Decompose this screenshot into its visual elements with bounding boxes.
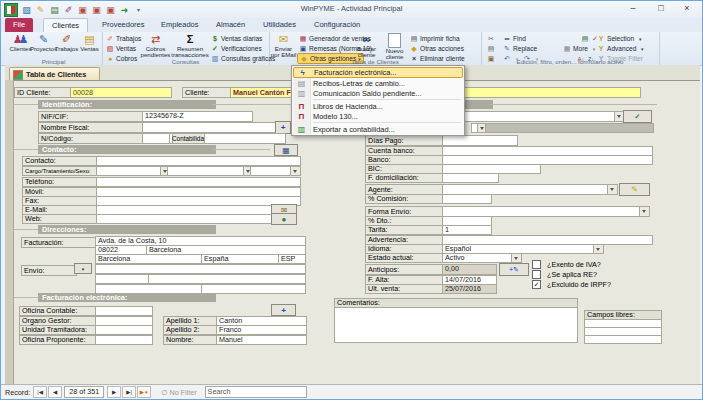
oficina-proponente-field[interactable] [95,335,153,345]
search-input[interactable]: Search [205,386,307,398]
tab-file[interactable]: File [5,18,33,32]
otras-acciones-button[interactable]: ◆ Otras acciones [410,44,464,53]
add-button[interactable]: + [271,304,296,316]
se-aplica-re-checkbox[interactable] [532,270,541,279]
contabilidad-field[interactable] [204,133,286,144]
id-cliente-field[interactable]: 00028 [70,87,172,98]
open-web-button[interactable]: ● [271,213,297,225]
no-filter-icon: ∅ [161,388,167,397]
close-button[interactable]: × [674,1,700,16]
maximize-button[interactable]: □ [648,1,674,16]
dias-pago-field[interactable] [442,135,518,146]
find-button[interactable]: ∞ Find [503,34,526,43]
selection-button[interactable]: Y Selection ▾ [597,34,644,43]
imprimir-ficha-button[interactable]: ▤ Imprimir ficha [410,34,460,43]
replace-button[interactable]: ✎ Replace [503,44,537,53]
envio-pais-field[interactable] [201,284,306,294]
combo-arrow[interactable] [511,254,521,262]
filter-status[interactable]: No Filter [169,388,196,397]
record-selector-strip[interactable] [5,80,14,385]
combo-arrow[interactable] [639,207,649,216]
contacto-field[interactable] [96,156,301,166]
button-label: Advanced [607,45,636,52]
nombre-field[interactable]: Manuel [216,335,307,345]
tab-configuracion[interactable]: Configuración [306,18,368,32]
menu-item-exportar-contabilidad[interactable]: ▥ Exportar a contabilidad... [293,124,463,134]
menu-item-facturacion-electronica[interactable]: ϟ Facturación electrónica... [293,67,463,78]
excluido-irpf-label: ¿Excluido de IRPF? [547,280,611,289]
new-record-button[interactable]: ▶∗ [137,386,151,398]
pais-field[interactable]: España [201,254,282,264]
cargo-combo[interactable] [96,166,171,176]
apellido2-field[interactable]: Franco [216,325,307,335]
copy-address-button[interactable]: ▾ [74,263,92,274]
advanced-button[interactable]: Y Advanced ▾ [597,44,646,53]
plus-icon: + [281,123,286,132]
web-field[interactable] [96,214,275,224]
comision-field[interactable] [442,194,492,204]
next-record-button[interactable]: ▶ [107,386,121,398]
envio-direccion-field[interactable] [95,264,306,274]
envio-cp-field[interactable] [95,274,152,284]
tarifa-field[interactable]: 1 [442,225,492,235]
unidad-tramitadora-field[interactable] [95,325,153,335]
combo-arrow[interactable] [290,167,300,175]
f-domiciliacion-field[interactable] [442,173,499,183]
first-record-button[interactable]: |◀ [33,386,47,398]
combo-arrow[interactable] [607,185,617,194]
menu-separator [313,122,461,123]
status-bar: Record: |◀ ◀ 28 of 351 ▶ ▶| ▶∗ ∅ No Filt… [1,384,702,399]
sexo-combo[interactable] [250,166,301,176]
section-identificacion: Identificación: [38,100,216,109]
previous-record-button[interactable]: ◀ [48,386,62,398]
campo-libre-field[interactable] [584,335,662,344]
menu-item-comunicacion-saldo[interactable]: ▥ Comunicación Saldo pendiente... [293,88,463,98]
consulta-ventas-button[interactable]: ▧ Ventas [106,44,136,53]
cut-button[interactable]: ✂ [487,34,495,43]
last-record-button[interactable]: ▶| [122,386,136,398]
menu-item-recibos-letras[interactable]: ▤ Recibos-Letras de cambio... [293,78,463,88]
estado-actual-combo[interactable]: Activo [442,253,522,263]
tab-empleados[interactable]: Empleados [153,18,207,32]
comentarios-field[interactable] [334,307,578,343]
codigo-pais-field[interactable]: ESP [278,254,306,264]
menu-item-modelo-130[interactable]: Π Modelo 130... [293,111,463,121]
telefono-field[interactable] [96,177,301,187]
nombre-fiscal-field[interactable] [142,122,278,133]
oficina-proponente-label: Oficina Proponente: [19,335,100,345]
verificaciones-button[interactable]: ✓ Verificaciones [211,44,262,53]
envio-poblacion-field[interactable] [148,274,306,284]
consulta-trabajos-button[interactable]: ✐ Trabajos [106,34,141,43]
oficina-contable-field[interactable] [95,306,153,316]
check-icon: ✓ [211,45,219,53]
record-position[interactable]: 28 of 351 [64,386,104,398]
tratamiento-combo[interactable] [167,166,254,176]
tab-proveedores[interactable]: Proveedores [94,18,153,32]
tab-utilidades[interactable]: Utilidades [255,18,304,32]
tools-icon: ✐ [106,35,114,43]
divider [14,149,38,150]
grupo-combo[interactable] [442,111,625,122]
table-icon: ▦ [282,146,290,155]
refresh-groups-button[interactable]: ✓ [623,110,652,123]
group-edicion: ✂ ▤ ▣ ∞ Find ✎ Replace ↶ ▾ ↷ ▾ [481,32,660,65]
down-arrow-icon: ▾ [82,266,85,272]
excluido-irpf-checkbox[interactable]: ✓ [532,280,541,289]
more-button[interactable]: ▦ More ▾ [563,44,598,53]
minimize-button[interactable]: – [620,1,646,16]
exento-iva-checkbox[interactable] [532,260,541,269]
copy-button[interactable]: ▤ [487,44,495,53]
tab-tabla-de-clientes[interactable]: Tabla de Clientes [9,67,100,81]
contacts-table-button[interactable]: ▦ [274,144,298,156]
button-label: Trabajos [116,35,141,42]
tab-clientes[interactable]: Clientes [43,18,88,33]
provincia-field[interactable]: Barcelona [95,254,205,264]
tab-almacen[interactable]: Almacén [208,18,253,32]
oficina-contable-label: Oficina Contable: [19,306,100,316]
edit-agente-button[interactable]: ✎ [619,183,650,196]
ventas-diarias-button[interactable]: $ Ventas diarias [211,34,262,43]
combo-arrow[interactable] [593,245,603,253]
nif-field[interactable]: 12345678-Z [142,111,253,122]
add-anticipo-button[interactable]: +✎ [499,263,529,276]
menu-item-libros-hacienda[interactable]: Π Libros de Hacienda... [293,101,463,111]
